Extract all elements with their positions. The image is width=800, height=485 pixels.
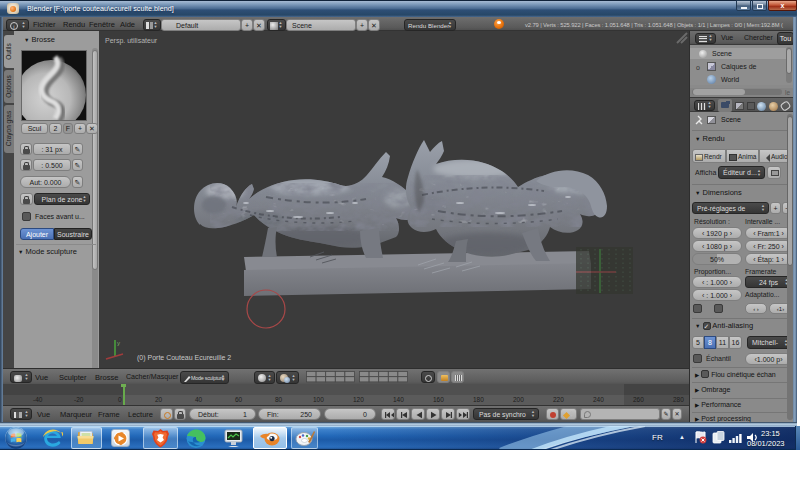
svg-text:y: y xyxy=(117,340,120,346)
